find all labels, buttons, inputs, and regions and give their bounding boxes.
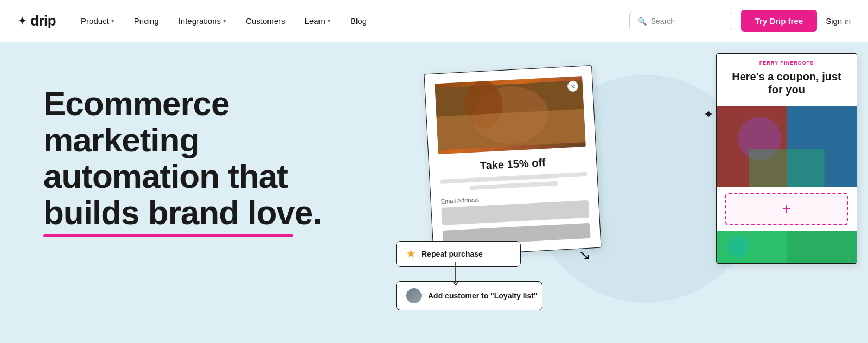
hero-section: Ecommerce marketing automation that buil… bbox=[0, 42, 868, 343]
popup-description-lines bbox=[440, 172, 588, 192]
discount-popup-card: × Take 15% off Email Address ↙ bbox=[424, 65, 601, 257]
headline-line3: automation that bbox=[43, 157, 288, 195]
chevron-down-icon: ▾ bbox=[111, 17, 114, 24]
nav-right: 🔍 Search Try Drip free Sign in bbox=[629, 10, 851, 32]
search-placeholder: Search bbox=[651, 17, 675, 26]
add-customer-label: Add customer to "Loyalty list" bbox=[428, 291, 538, 300]
logo[interactable]: ✦ drip bbox=[17, 12, 56, 29]
headline-line2: marketing bbox=[43, 121, 199, 158]
description-line-1 bbox=[440, 172, 588, 184]
signin-link[interactable]: Sign in bbox=[826, 16, 851, 26]
svg-rect-14 bbox=[717, 231, 787, 263]
nav-item-product[interactable]: Product ▾ bbox=[71, 0, 124, 42]
nav-item-customers[interactable]: Customers bbox=[236, 0, 295, 42]
email-brand: FERRY PINEROOTS bbox=[725, 60, 848, 66]
search-icon: 🔍 bbox=[637, 17, 647, 26]
popup-title: Take 15% off bbox=[439, 154, 587, 174]
avatar-icon bbox=[406, 288, 422, 303]
hero-visuals: ✦ ✦ × Take 15% off bbox=[380, 42, 868, 343]
email-coupon-card: FERRY PINEROOTS Here's a coupon, just fo… bbox=[716, 53, 857, 264]
connector-line bbox=[450, 262, 461, 289]
search-box[interactable]: 🔍 Search bbox=[629, 12, 732, 30]
navbar: ✦ drip Product ▾ Pricing Integrations ▾ … bbox=[0, 0, 868, 42]
nav-item-integrations[interactable]: Integrations ▾ bbox=[169, 0, 236, 42]
logo-text: drip bbox=[30, 12, 56, 29]
hero-text: Ecommerce marketing automation that buil… bbox=[43, 75, 322, 237]
nav-label-customers: Customers bbox=[246, 16, 285, 26]
headline-line4: builds brand love. bbox=[43, 195, 322, 237]
email-footer-image bbox=[717, 231, 857, 263]
try-drip-free-button[interactable]: Try Drip free bbox=[741, 10, 817, 32]
nav-item-learn[interactable]: Learn ▾ bbox=[295, 0, 341, 42]
email-coupon-area: + bbox=[725, 193, 848, 225]
star-icon: ★ bbox=[406, 248, 415, 260]
logo-icon: ✦ bbox=[17, 14, 27, 28]
chevron-down-icon: ▾ bbox=[223, 17, 226, 24]
nav-label-pricing: Pricing bbox=[134, 16, 159, 26]
svg-rect-12 bbox=[749, 149, 825, 187]
nav-links: Product ▾ Pricing Integrations ▾ Custome… bbox=[71, 0, 376, 42]
email-spacer bbox=[717, 187, 857, 193]
cursor-icon: ↙ bbox=[578, 246, 591, 264]
nav-label-integrations: Integrations bbox=[178, 16, 221, 26]
email-title: Here's a coupon, just for you bbox=[725, 70, 848, 96]
plus-icon: + bbox=[782, 200, 791, 218]
add-customer-card: Add customer to "Loyalty list" bbox=[396, 281, 542, 310]
repeat-purchase-label: Repeat purchase bbox=[422, 250, 483, 258]
email-product-image bbox=[717, 106, 857, 187]
nav-item-blog[interactable]: Blog bbox=[341, 0, 376, 42]
chevron-down-icon: ▾ bbox=[328, 17, 331, 24]
nav-left: ✦ drip Product ▾ Pricing Integrations ▾ … bbox=[17, 0, 376, 42]
nav-label-product: Product bbox=[81, 16, 109, 26]
description-line-2 bbox=[470, 181, 558, 190]
hero-headline: Ecommerce marketing automation that buil… bbox=[43, 86, 322, 237]
nav-item-pricing[interactable]: Pricing bbox=[124, 0, 169, 42]
nav-label-learn: Learn bbox=[305, 16, 326, 26]
email-input[interactable] bbox=[441, 200, 589, 225]
nav-label-blog: Blog bbox=[350, 16, 367, 26]
svg-point-15 bbox=[727, 236, 749, 258]
email-card-header: FERRY PINEROOTS Here's a coupon, just fo… bbox=[717, 54, 857, 106]
headline-line1: Ecommerce bbox=[43, 85, 229, 122]
popup-product-image bbox=[435, 76, 585, 154]
sparkle-icon-large: ✦ bbox=[704, 107, 713, 122]
